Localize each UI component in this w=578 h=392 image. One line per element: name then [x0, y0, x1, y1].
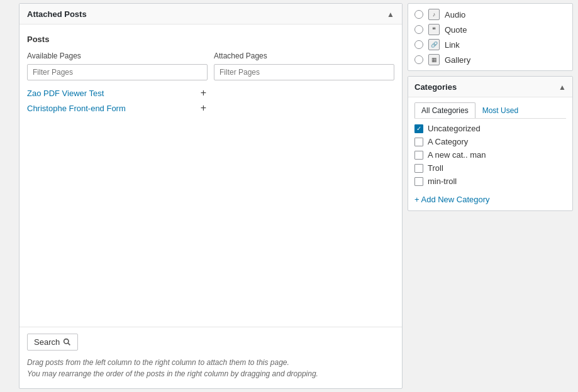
list-item: Troll [414, 163, 566, 173]
a-category-label: A Category [428, 137, 468, 146]
collapse-arrow-icon: ▲ [387, 10, 394, 19]
attached-posts-body: Posts Available Pages Zao PDF Viewer Tes… [19, 24, 402, 327]
tab-all-categories[interactable]: All Categories [414, 102, 475, 118]
list-item: ▦ Gallery [414, 54, 566, 65]
quote-label: Quote [445, 25, 467, 35]
gallery-icon: ▦ [428, 54, 440, 65]
audio-radio[interactable] [414, 10, 423, 19]
a-new-cat-man-label: A new cat.. man [428, 150, 486, 160]
a-new-cat-man-checkbox[interactable] [414, 151, 423, 160]
help-text-line2: You may rearrange the order of the posts… [27, 368, 394, 379]
a-category-checkbox[interactable] [414, 138, 423, 146]
tab-most-used[interactable]: Most Used [475, 102, 525, 118]
search-label: Search [34, 337, 60, 347]
list-item: 🔗 Link [414, 39, 566, 50]
quote-radio[interactable] [414, 25, 423, 34]
uncategorized-label: Uncategorized [428, 124, 481, 133]
right-panel: ♪ Audio ❝ Quote 🔗 Link ▦ Gallery [403, 0, 578, 392]
available-pages-col: Available Pages Zao PDF Viewer Test + Ch… [27, 52, 208, 116]
attached-posts-title: Attached Posts [27, 9, 87, 19]
min-troll-label: min-troll [428, 177, 457, 186]
posts-label: Posts [27, 35, 394, 44]
list-item: A Category [414, 137, 566, 146]
list-item: A new cat.. man [414, 150, 566, 160]
categories-box: Categories ▲ All Categories Most Used Un… [408, 76, 573, 211]
attached-pages-filter[interactable] [214, 64, 394, 80]
svg-point-0 [64, 339, 69, 344]
attached-pages-col: Attached Pages [214, 52, 394, 116]
help-text-line1: Drag posts from the left column to the r… [27, 357, 394, 368]
collapse-categories-button[interactable]: ▲ [559, 82, 566, 92]
gallery-label: Gallery [445, 55, 470, 65]
categories-header: Categories ▲ [408, 77, 572, 97]
attached-posts-footer: Search Drag posts from the left column t… [19, 327, 402, 388]
audio-label: Audio [445, 10, 465, 19]
uncategorized-checkbox[interactable] [414, 124, 423, 133]
categories-tabs: All Categories Most Used [414, 102, 566, 119]
list-item: Uncategorized [414, 124, 566, 133]
available-pages-filter[interactable] [27, 64, 208, 80]
list-item: ♪ Audio [414, 9, 566, 20]
format-list: ♪ Audio ❝ Quote 🔗 Link ▦ Gallery [408, 4, 572, 70]
link-icon: 🔗 [428, 39, 440, 50]
attached-posts-header: Attached Posts ▲ [19, 4, 402, 24]
list-item: ❝ Quote [414, 24, 566, 35]
pages-columns: Available Pages Zao PDF Viewer Test + Ch… [27, 52, 394, 116]
link-label: Link [445, 40, 460, 50]
attached-posts-panel: Attached Posts ▲ Posts Available Pages Z… [19, 3, 403, 389]
link-radio[interactable] [414, 40, 423, 49]
page-link-christophe[interactable]: Christophe Front-end Form [27, 104, 126, 113]
add-new-category-link[interactable]: + Add New Category [408, 191, 572, 210]
categories-list: Uncategorized A Category A new cat.. man… [408, 119, 572, 191]
list-item: min-troll [414, 177, 566, 186]
add-christophe-button[interactable]: + [199, 103, 208, 113]
list-item: Christophe Front-end Form + [27, 101, 208, 116]
search-icon [63, 338, 71, 346]
available-pages-label: Available Pages [27, 52, 208, 60]
audio-icon: ♪ [428, 9, 440, 20]
available-pages-list: Zao PDF Viewer Test + Christophe Front-e… [27, 85, 208, 116]
list-item: Zao PDF Viewer Test + [27, 85, 208, 101]
categories-title: Categories [414, 82, 457, 92]
collapse-attached-posts-button[interactable]: ▲ [387, 9, 394, 19]
min-troll-checkbox[interactable] [414, 177, 423, 186]
help-text: Drag posts from the left column to the r… [27, 357, 394, 379]
format-box: ♪ Audio ❝ Quote 🔗 Link ▦ Gallery [408, 3, 573, 71]
quote-icon: ❝ [428, 24, 440, 35]
attached-pages-label: Attached Pages [214, 52, 394, 60]
svg-line-1 [68, 343, 70, 345]
troll-checkbox[interactable] [414, 164, 423, 173]
page-link-zao[interactable]: Zao PDF Viewer Test [27, 89, 104, 98]
search-button[interactable]: Search [27, 334, 78, 351]
gallery-radio[interactable] [414, 55, 423, 64]
troll-label: Troll [428, 163, 443, 173]
collapse-categories-icon: ▲ [559, 83, 566, 92]
add-zao-button[interactable]: + [199, 88, 208, 98]
